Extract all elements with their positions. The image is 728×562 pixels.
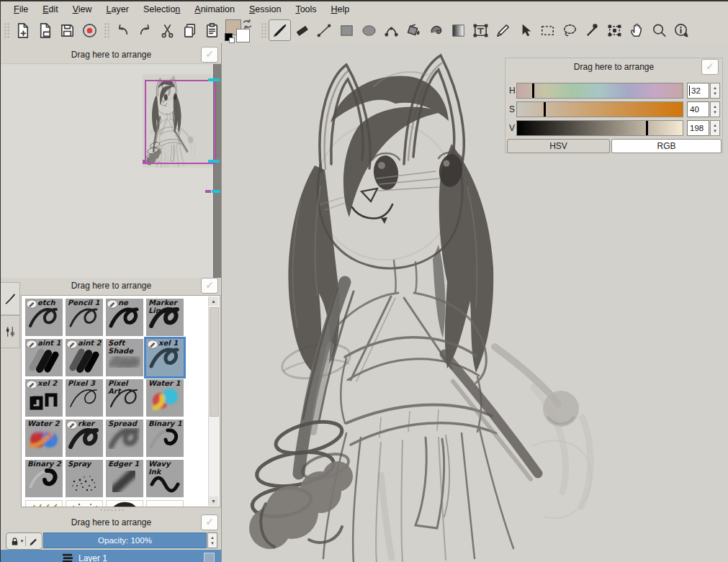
select-lasso-button[interactable] bbox=[559, 19, 581, 41]
brush-tile-water-2[interactable]: Water 2 bbox=[25, 420, 63, 457]
v-spinner[interactable]: ▲▼ bbox=[710, 120, 720, 136]
v-value-field[interactable]: 198 bbox=[687, 120, 709, 136]
dock-drag-handle[interactable] bbox=[1, 509, 222, 513]
smudge-button[interactable] bbox=[425, 19, 447, 41]
navigator-viewport-rectangle[interactable] bbox=[145, 80, 216, 164]
color-mode-hsv-button[interactable]: HSV bbox=[507, 139, 610, 153]
menu-selection[interactable]: Selection bbox=[136, 3, 187, 16]
cut-button[interactable] bbox=[156, 19, 179, 41]
navigator-dock-checkbox[interactable]: ✓ bbox=[201, 47, 218, 63]
brush-tile-binary-2[interactable]: Binary 2 bbox=[25, 460, 63, 497]
magic-wand-button[interactable] bbox=[581, 19, 603, 41]
layer-lock-controls[interactable]: ▾ bbox=[6, 532, 42, 550]
undo-button[interactable] bbox=[112, 19, 134, 41]
brush-tile-edger-1[interactable]: Edger 1 bbox=[106, 460, 143, 497]
brush-tile-marker-line[interactable]: Marker Line bbox=[146, 299, 184, 336]
brush-tile-rker[interactable]: rker bbox=[66, 420, 103, 457]
lock-dropdown-caret[interactable]: ▾ bbox=[21, 538, 24, 544]
brush-tile-binary-1[interactable]: Binary 1 bbox=[146, 420, 184, 457]
h-spinner[interactable]: ▲▼ bbox=[710, 83, 720, 99]
spin-down-icon[interactable]: ▼ bbox=[210, 541, 215, 545]
scroll-down-button[interactable]: ▼ bbox=[209, 497, 218, 506]
color-mode-rgb-button[interactable]: RGB bbox=[611, 139, 722, 153]
s-slider[interactable] bbox=[516, 101, 683, 117]
h-slider[interactable] bbox=[516, 83, 683, 99]
ellipse-button[interactable] bbox=[358, 19, 380, 41]
brush-tile-wavy-ink[interactable]: Wavy Ink bbox=[146, 460, 184, 497]
menu-edit[interactable]: Edit bbox=[35, 3, 66, 16]
rectangle-button[interactable] bbox=[336, 19, 358, 41]
curve-button[interactable] bbox=[380, 19, 403, 41]
brush-tile-pencil-1[interactable]: Pencil 1 bbox=[66, 299, 103, 336]
select-arrow-button[interactable] bbox=[514, 19, 536, 41]
eraser-button[interactable] bbox=[291, 19, 313, 41]
scrollbar-thumb[interactable] bbox=[210, 307, 219, 417]
navigator-panel[interactable] bbox=[1, 63, 221, 278]
brush-tile[interactable] bbox=[66, 500, 103, 507]
brush-tile-pixel-3[interactable]: Pixel 3 bbox=[66, 379, 103, 417]
menu-tools[interactable]: Tools bbox=[288, 3, 323, 16]
viewport-handle-bottom[interactable] bbox=[208, 160, 220, 163]
color-dock-checkbox[interactable]: ✓ bbox=[701, 59, 719, 75]
brush-tile-soft-shade[interactable]: Soft Shade bbox=[106, 339, 143, 376]
brush-tile-etch[interactable]: etch bbox=[25, 299, 63, 336]
menu-help[interactable]: Help bbox=[324, 3, 357, 16]
gradient-button[interactable] bbox=[447, 19, 469, 41]
zoom-button[interactable] bbox=[648, 19, 670, 41]
brush-tile[interactable] bbox=[106, 500, 143, 507]
layer-row[interactable]: Layer 1 bbox=[1, 550, 221, 562]
record-button[interactable] bbox=[78, 19, 101, 41]
menu-view[interactable]: View bbox=[66, 3, 99, 16]
slider-cursor[interactable] bbox=[544, 102, 546, 117]
color-swatches[interactable] bbox=[225, 19, 256, 42]
layers-dock-checkbox[interactable]: ✓ bbox=[201, 515, 218, 530]
menu-animation[interactable]: Animation bbox=[187, 3, 242, 16]
scroll-up-button[interactable]: ▲ bbox=[209, 296, 218, 306]
brush-tile-spray[interactable]: Spray bbox=[66, 460, 103, 497]
layers-dock-header[interactable]: Drag here to arrange ✓ bbox=[1, 514, 222, 531]
fill-button[interactable] bbox=[403, 19, 425, 41]
copy-button[interactable] bbox=[179, 19, 201, 41]
opacity-slider[interactable]: Opacity: 100% bbox=[43, 532, 207, 548]
pan-hand-button[interactable] bbox=[626, 19, 648, 41]
slider-cursor[interactable] bbox=[532, 83, 534, 98]
brush-dock-checkbox[interactable]: ✓ bbox=[201, 278, 218, 294]
s-value-field[interactable]: 40 bbox=[687, 101, 709, 117]
viewport-handle-top[interactable] bbox=[208, 78, 220, 81]
text-button[interactable] bbox=[469, 19, 492, 41]
brush-tile-water-1[interactable]: Water 1 bbox=[146, 379, 184, 417]
canvas-info-button[interactable] bbox=[670, 19, 693, 41]
paste-button[interactable] bbox=[201, 19, 223, 41]
pen-button[interactable] bbox=[492, 19, 514, 41]
menu-file[interactable]: File bbox=[6, 3, 35, 16]
save-button[interactable] bbox=[56, 19, 78, 41]
brush-tile-aint-1[interactable]: aint 1 bbox=[25, 339, 63, 376]
slider-cursor[interactable] bbox=[646, 121, 648, 135]
brush-tile[interactable] bbox=[146, 500, 184, 507]
brush-tile-ne[interactable]: ne bbox=[106, 299, 143, 336]
brush-tile[interactable] bbox=[25, 500, 63, 507]
brush-tile-pixel-art[interactable]: Pixel Art bbox=[106, 379, 143, 417]
layer-checkbox[interactable] bbox=[204, 553, 215, 562]
spin-up-icon[interactable]: ▲ bbox=[210, 535, 215, 540]
brush-tile-spread[interactable]: Spread bbox=[106, 420, 143, 457]
v-slider[interactable] bbox=[516, 120, 683, 136]
select-rectangle-button[interactable] bbox=[536, 19, 559, 41]
brush-tile-xel-1[interactable]: xel 1 bbox=[146, 339, 184, 376]
h-value-field[interactable]: 32 bbox=[687, 83, 709, 99]
brush-tile-aint-2[interactable]: aint 2 bbox=[66, 339, 103, 376]
open-document-button[interactable] bbox=[34, 19, 56, 41]
tab-brushes[interactable] bbox=[1, 282, 20, 315]
brush-dock-header[interactable]: Drag here to arrange ✓ bbox=[1, 277, 222, 294]
menu-session[interactable]: Session bbox=[242, 3, 288, 16]
menu-layer[interactable]: Layer bbox=[99, 3, 136, 16]
navigator-dock-header[interactable]: Drag here to arrange ✓ bbox=[1, 46, 222, 63]
s-spinner[interactable]: ▲▼ bbox=[710, 101, 720, 117]
transform-button[interactable] bbox=[603, 19, 626, 41]
opacity-spinner[interactable]: ▲ ▼ bbox=[207, 532, 217, 548]
brush-grid-scrollbar[interactable]: ▲ ▼ bbox=[208, 296, 219, 506]
brush-button[interactable] bbox=[269, 19, 291, 41]
swap-colors-icon[interactable] bbox=[242, 19, 253, 30]
background-color-swatch[interactable] bbox=[236, 29, 250, 42]
brush-tile-xel-2[interactable]: xel 2 bbox=[25, 379, 63, 417]
